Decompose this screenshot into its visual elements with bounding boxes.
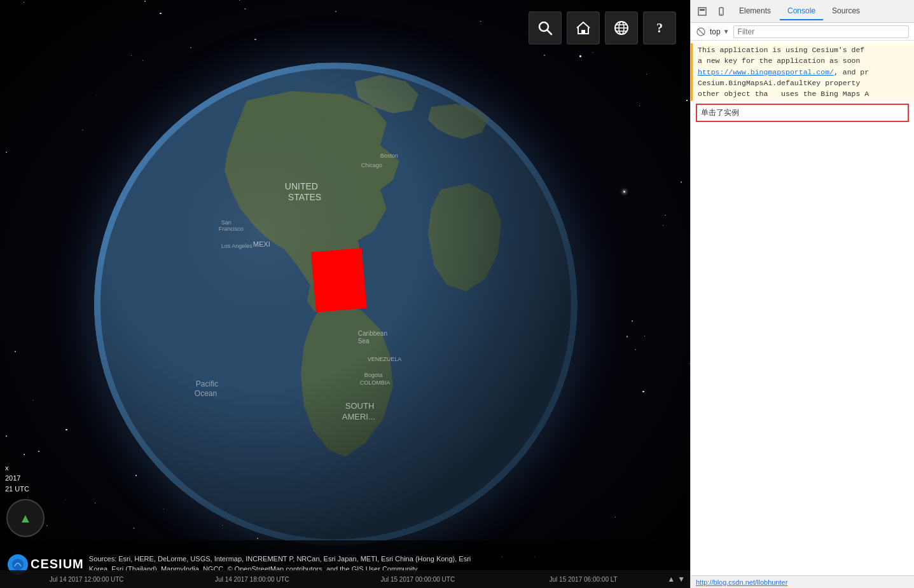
svg-text:Los Angeles: Los Angeles — [221, 243, 253, 249]
tab-elements[interactable]: Elements — [731, 3, 779, 20]
coord-display: x 2017 21 UTC — [5, 463, 29, 495]
timeline-arrow-up[interactable]: ▲ — [667, 575, 675, 584]
svg-text:Francisco: Francisco — [218, 226, 243, 232]
svg-text:Caribbean: Caribbean — [357, 330, 387, 337]
svg-line-34 — [698, 29, 704, 35]
svg-point-28 — [12, 559, 24, 570]
svg-point-1 — [96, 65, 574, 543]
svg-text:VENEZUELA: VENEZUELA — [367, 356, 401, 362]
svg-text:AMERI...: AMERI... — [342, 412, 375, 421]
svg-text:SOUTH: SOUTH — [345, 401, 374, 411]
timeline-tick-2: Jul 14 2017 18:00:00 UTC — [170, 576, 333, 583]
svg-line-21 — [548, 31, 552, 35]
timeline-bar: Jul 14 2017 12:00:00 UTC Jul 14 2017 18:… — [0, 570, 690, 588]
console-messages[interactable]: This application is using Cesium's def a… — [691, 41, 914, 575]
year-label: 2017 — [5, 474, 20, 482]
highlight-text: 单击了实例 — [701, 109, 739, 118]
tab-sources[interactable]: Sources — [824, 3, 868, 20]
svg-text:COLOMBIA: COLOMBIA — [359, 379, 390, 386]
devtools-mobile-icon[interactable] — [712, 3, 730, 20]
time-label: 21 UTC — [5, 485, 29, 493]
context-value: top — [710, 27, 721, 36]
svg-text:Boston: Boston — [380, 153, 398, 159]
globe: UNITED STATES MEXI San Francisco Los Ang… — [93, 62, 577, 545]
devtools-stop-icon[interactable] — [696, 27, 706, 37]
devtools-cursor-icon[interactable] — [693, 3, 711, 20]
compass-arrow: ▲ — [19, 511, 32, 526]
devtools-toolbar: top ▼ — [691, 23, 914, 41]
console-highlight-box: 单击了实例 — [696, 104, 909, 122]
tab-console[interactable]: Console — [780, 3, 823, 20]
bing-maps-link[interactable]: https://www.bingmapsportal.com/ — [698, 68, 834, 76]
svg-rect-30 — [700, 9, 705, 11]
console-message-1: This application is using Cesium's def a… — [691, 43, 914, 101]
credits-sources-1: Sources: Esri, HERE, DeLorme, USGS, Inte… — [89, 554, 471, 564]
globe-button[interactable] — [605, 11, 638, 44]
svg-text:Chicago: Chicago — [361, 162, 382, 168]
svg-text:San: San — [221, 219, 231, 226]
svg-point-0 — [93, 62, 577, 545]
console-filter-input[interactable] — [733, 25, 909, 38]
svg-text:Pacific: Pacific — [195, 379, 218, 388]
red-rectangle — [310, 247, 366, 312]
svg-text:Sea: Sea — [357, 338, 369, 345]
cesium-logo-text: CESIUM — [31, 557, 84, 571]
search-button[interactable] — [529, 11, 562, 44]
timeline-tick-1: Jul 14 2017 12:00:00 UTC — [5, 576, 168, 583]
timeline-tick-4: Jul 15 2017 06:00:00 LT — [502, 576, 665, 583]
devtools-panel: Elements Console Sources top ▼ This appl… — [690, 0, 914, 588]
cesium-toolbar: ? — [529, 11, 676, 44]
timeline-arrow-down[interactable]: ▼ — [677, 575, 685, 584]
nav-compass[interactable]: ▲ — [6, 499, 45, 537]
context-selector[interactable]: top ▼ — [710, 27, 730, 36]
timeline-tick-3: Jul 15 2017 00:00:00 UTC — [336, 576, 499, 583]
svg-point-32 — [721, 13, 722, 15]
svg-text:Bogota: Bogota — [364, 372, 382, 378]
context-chevron: ▼ — [723, 28, 730, 35]
bottom-bar: CESIUM Sources: Esri, HERE, DeLorme, USG… — [0, 540, 690, 588]
help-button[interactable]: ? — [643, 11, 676, 44]
svg-rect-22 — [581, 30, 585, 34]
svg-text:STATES: STATES — [287, 192, 321, 202]
svg-text:Ocean: Ocean — [194, 389, 216, 398]
home-button[interactable] — [567, 11, 600, 44]
x-label: x — [5, 464, 9, 472]
globe-map-svg: UNITED STATES MEXI San Francisco Los Ang… — [93, 62, 577, 545]
svg-point-2 — [93, 62, 577, 545]
timeline-arrows: ▲ ▼ — [667, 575, 685, 584]
status-url-link[interactable]: http://blog.csdn.net/llobhunter — [696, 578, 787, 586]
globe-container: UNITED STATES MEXI San Francisco Los Ang… — [93, 62, 577, 545]
cesium-globe-area[interactable]: UNITED STATES MEXI San Francisco Los Ang… — [0, 0, 690, 588]
svg-rect-29 — [698, 8, 706, 15]
devtools-tabs: Elements Console Sources — [691, 0, 914, 23]
devtools-status: http://blog.csdn.net/llobhunter — [691, 575, 914, 588]
svg-text:UNITED: UNITED — [284, 181, 317, 191]
svg-text:MEXI: MEXI — [253, 240, 270, 248]
